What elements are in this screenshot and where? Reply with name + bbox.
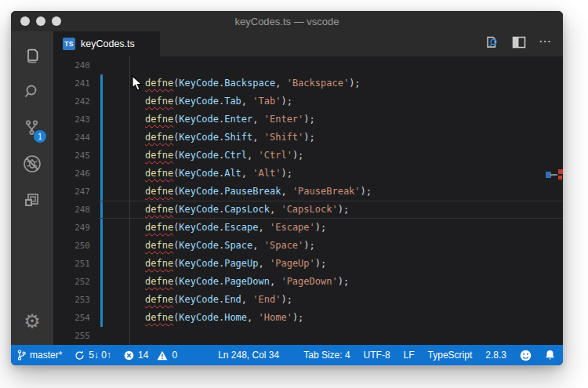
token-member: Escape <box>224 222 258 233</box>
minimize-button[interactable] <box>36 16 45 26</box>
token-identifier: KeyCode <box>179 240 219 251</box>
token-function: defne <box>145 168 173 179</box>
sidebar-item-debug-disabled[interactable] <box>13 146 51 182</box>
git-modified-bar <box>100 74 103 92</box>
code-text: defne(KeyCode.PauseBreak, 'PauseBreak'); <box>145 183 372 201</box>
branch-status-item[interactable]: master* <box>17 350 62 361</box>
token-punctuation: , <box>247 150 258 161</box>
tab-size-item[interactable]: Tab Size: 4 <box>303 350 350 361</box>
code-line[interactable]: 240 <box>53 56 563 74</box>
token-identifier: KeyCode <box>179 312 219 323</box>
token-function: defne <box>145 114 173 125</box>
feedback-smiley-button[interactable] <box>520 350 532 361</box>
code-line[interactable]: 245defne(KeyCode.Ctrl, 'Ctrl'); <box>53 147 563 165</box>
token-member: PageUp <box>224 258 258 269</box>
token-member: PageDown <box>224 276 270 287</box>
token-function: defne <box>145 204 173 215</box>
code-line[interactable]: 255 <box>53 327 563 345</box>
code-line[interactable]: 247defne(KeyCode.PauseBreak, 'PauseBreak… <box>53 183 563 201</box>
sidebar-item-source-control[interactable]: 1 <box>13 110 51 146</box>
token-function: defne <box>145 312 173 323</box>
line-number[interactable]: 242 <box>53 92 90 111</box>
token-member: Ctrl <box>224 150 247 161</box>
sidebar-item-extensions[interactable] <box>13 182 51 218</box>
code-line[interactable]: 242defne(KeyCode.Tab, 'Tab'); <box>53 92 563 111</box>
line-number[interactable]: 248 <box>53 201 90 219</box>
line-number[interactable]: 254 <box>53 309 90 327</box>
code-text: defne(KeyCode.CapsLock, 'CapsLock'); <box>145 201 349 219</box>
token-punctuation: , <box>275 78 286 89</box>
code-line[interactable]: 249defne(KeyCode.Escape, 'Escape'); <box>53 219 563 237</box>
eol-item[interactable]: LF <box>404 350 415 361</box>
code-text: defne(KeyCode.Space, 'Space'); <box>145 237 315 255</box>
notifications-bell-button[interactable] <box>545 350 555 361</box>
code-line[interactable]: 244defne(KeyCode.Shift, 'Shift'); <box>53 129 563 147</box>
tab-label: keyCodes.ts <box>81 38 135 49</box>
gear-icon: ⚙ <box>24 310 41 332</box>
encoding-item[interactable]: UTF-8 <box>364 350 390 361</box>
token-string: 'Tab' <box>252 96 281 107</box>
files-icon <box>22 45 42 66</box>
cursor-position-item[interactable]: Ln 248, Col 34 <box>218 350 279 361</box>
status-bar: master* 5↓ 0↑ 14 <box>11 345 563 365</box>
ts-version-item[interactable]: 2.8.3 <box>485 350 506 361</box>
file-search-icon <box>484 34 499 53</box>
sidebar-item-explorer[interactable] <box>13 38 51 74</box>
token-string: 'Ctrl' <box>259 150 292 161</box>
token-string: 'Shift' <box>264 132 304 143</box>
close-button[interactable] <box>20 16 30 26</box>
token-function: defne <box>145 294 173 305</box>
more-actions-button[interactable]: ⋯ <box>539 38 552 50</box>
code-line[interactable]: 254defne(KeyCode.Home, 'Home'); <box>53 309 563 327</box>
token-punctuation: ); <box>338 276 349 287</box>
line-number[interactable]: 255 <box>53 327 90 345</box>
open-preview-button[interactable] <box>484 34 499 53</box>
line-number[interactable]: 243 <box>53 111 90 129</box>
code-text: defne(KeyCode.Shift, 'Shift'); <box>145 129 315 147</box>
line-number[interactable]: 253 <box>53 291 90 309</box>
language-mode-item[interactable]: TypeScript <box>428 350 473 361</box>
token-string: 'Space' <box>264 240 304 251</box>
token-punctuation: , <box>259 222 270 233</box>
sync-status-item[interactable]: 5↓ 0↑ <box>74 350 111 361</box>
line-number[interactable]: 249 <box>53 219 90 237</box>
code-line[interactable]: 250defne(KeyCode.Space, 'Space'); <box>53 237 563 255</box>
tab-keycodes-ts[interactable]: TS keyCodes.ts <box>53 31 160 56</box>
split-editor-button[interactable] <box>512 36 526 52</box>
line-number[interactable]: 244 <box>53 129 90 147</box>
git-modified-bar <box>100 201 103 219</box>
line-number[interactable]: 246 <box>53 165 90 183</box>
token-punctuation: , <box>281 186 292 197</box>
git-modified-bar <box>100 219 103 237</box>
code-editor[interactable]: 240241defne(KeyCode.Backspace, 'Backspac… <box>53 56 563 345</box>
code-line[interactable]: 241defne(KeyCode.Backspace, 'Backspace')… <box>53 74 563 92</box>
code-text: defne(KeyCode.Backspace, 'Backspace'); <box>145 74 361 92</box>
settings-gear-button[interactable]: ⚙ <box>11 306 53 337</box>
code-line[interactable]: 253defne(KeyCode.End, 'End'); <box>53 291 563 309</box>
token-punctuation: ); <box>315 258 326 269</box>
line-number[interactable]: 247 <box>53 183 90 201</box>
line-number[interactable]: 251 <box>53 255 90 273</box>
token-function: defne <box>145 150 173 161</box>
code-line[interactable]: 246defne(KeyCode.Alt, 'Alt'); <box>53 165 563 183</box>
token-identifier: KeyCode <box>179 222 219 233</box>
line-number[interactable]: 252 <box>53 273 90 291</box>
token-punctuation: , <box>259 258 270 269</box>
git-modified-bar <box>100 147 103 165</box>
sidebar-item-search[interactable] <box>13 74 51 110</box>
activity-bar: 1 <box>11 31 53 345</box>
token-punctuation: ); <box>338 204 349 215</box>
token-member: Alt <box>224 168 241 179</box>
error-icon <box>124 350 134 361</box>
line-number[interactable]: 240 <box>53 56 90 74</box>
code-line[interactable]: 248defne(KeyCode.CapsLock, 'CapsLock'); <box>53 201 563 219</box>
line-number[interactable]: 241 <box>53 74 90 92</box>
line-number[interactable]: 250 <box>53 237 90 255</box>
errors-status-item[interactable]: 14 0 <box>124 350 177 361</box>
line-number[interactable]: 245 <box>53 147 90 165</box>
code-line[interactable]: 251defne(KeyCode.PageUp, 'PageUp'); <box>53 255 563 273</box>
zoom-button[interactable] <box>52 16 61 26</box>
code-line[interactable]: 243defne(KeyCode.Enter, 'Enter'); <box>53 111 563 129</box>
code-line[interactable]: 252defne(KeyCode.PageDown, 'PageDown'); <box>53 273 563 291</box>
token-identifier: KeyCode <box>179 258 219 269</box>
